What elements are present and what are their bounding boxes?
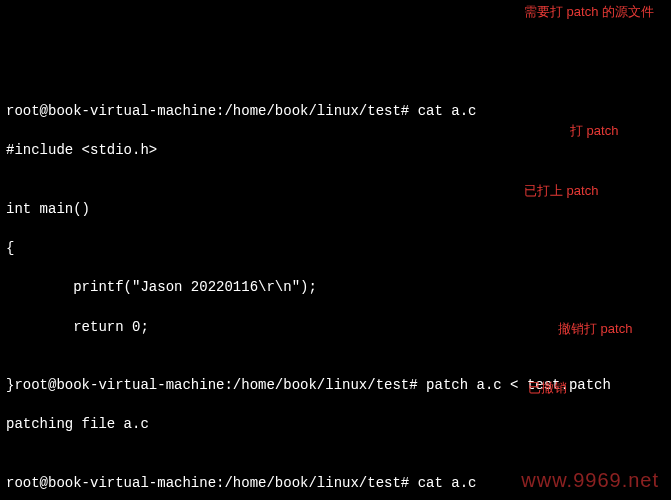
annotation-need-patch: 需要打 patch 的源文件 <box>524 3 654 21</box>
watermark: www.9969.net <box>521 466 659 494</box>
patching-msg-1: patching file a.c <box>6 415 665 435</box>
src-main-decl: int main() <box>6 200 665 220</box>
command-cat: cat a.c <box>418 103 477 119</box>
prompt: root@book-virtual-machine:/home/book/lin… <box>6 475 418 491</box>
annotation-patched: 已打上 patch <box>524 182 598 200</box>
command-patch-apply: patch a.c < test.patch <box>426 377 611 393</box>
prompt: root@book-virtual-machine:/home/book/lin… <box>14 377 426 393</box>
prompt-line-1: root@book-virtual-machine:/home/book/lin… <box>6 102 665 122</box>
annotation-undo-patch: 撤销打 patch <box>558 320 632 338</box>
command-cat: cat a.c <box>418 475 477 491</box>
src-include: #include <stdio.h> <box>6 141 665 161</box>
src-printf1: printf("Jason 20220116\r\n"); <box>6 278 665 298</box>
prompt: root@book-virtual-machine:/home/book/lin… <box>6 103 418 119</box>
annotation-do-patch: 打 patch <box>570 122 618 140</box>
src-brace-open: { <box>6 239 665 259</box>
annotation-undone: 已撤销 <box>528 379 567 397</box>
